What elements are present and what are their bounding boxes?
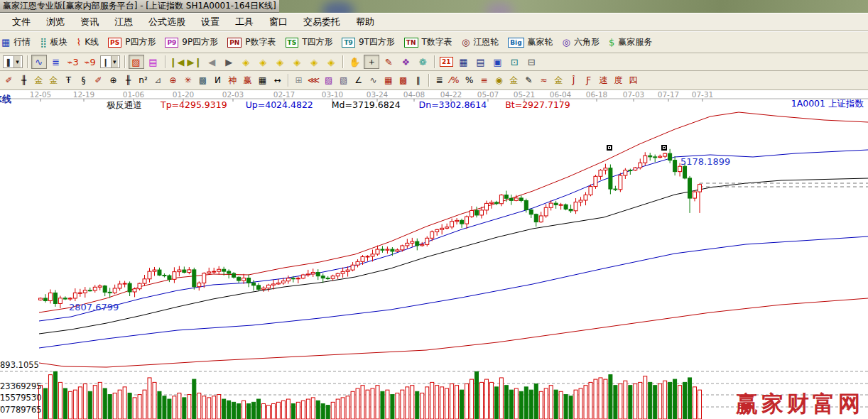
trend-chart-button[interactable]: ∿: [31, 55, 47, 69]
gann-scale-button-5[interactable]: ◈: [306, 55, 322, 69]
shen-tool[interactable]: 神: [226, 74, 239, 87]
scale-list-tool[interactable]: ≣: [433, 74, 446, 87]
save-button[interactable]: ▣: [489, 55, 505, 69]
indicator-panel-button[interactable]: ▤: [146, 55, 161, 69]
p9-box-icon: P9: [165, 38, 178, 48]
web-grid-tool[interactable]: ▩: [196, 74, 210, 87]
menu-gann[interactable]: 江恩: [107, 13, 141, 31]
shade-grid-tool[interactable]: ▧: [337, 74, 350, 87]
red-grid-tool[interactable]: ▦: [381, 74, 395, 87]
calendar-button[interactable]: 21: [438, 55, 454, 69]
p-square-button[interactable]: PSP四方形: [108, 36, 156, 48]
fan-lines-tool[interactable]: ⋘: [307, 74, 320, 87]
crosshair-button[interactable]: ＋: [364, 55, 379, 69]
print-button[interactable]: ⊟: [523, 55, 539, 69]
t-square-button[interactable]: TST四方形: [286, 36, 333, 48]
menu-help[interactable]: 帮助: [348, 13, 382, 31]
menu-file[interactable]: 文件: [4, 13, 38, 31]
menu-tools[interactable]: 工具: [227, 13, 261, 31]
hexagon-button[interactable]: ◎六角形: [563, 36, 600, 48]
wave2-tool[interactable]: ≈: [537, 74, 550, 87]
sectors-button[interactable]: ⣿板块: [40, 36, 67, 48]
menu-settings[interactable]: 设置: [193, 13, 227, 31]
9p-square-button[interactable]: P99P四方形: [165, 36, 218, 48]
angle-fan-tool[interactable]: ⊿: [151, 74, 165, 87]
angle-tool[interactable]: ∠: [352, 74, 365, 87]
prev-bar-button[interactable]: ◀: [204, 55, 219, 69]
spiral-tool[interactable]: §: [77, 74, 90, 87]
gold-angle-tool[interactable]: 金: [552, 74, 565, 87]
p-table-button[interactable]: PNP数字表: [227, 36, 276, 48]
watermark-text: 赢家财富网: [736, 389, 864, 419]
gann-wheel-button[interactable]: ◎江恩轮: [462, 36, 499, 48]
indicator-name[interactable]: 极反通道: [107, 99, 142, 111]
percent-line-tool[interactable]: ⁄%: [447, 74, 461, 87]
period-combo[interactable]: ❚▾: [3, 55, 23, 68]
gann-scale-button-1[interactable]: ◈: [238, 55, 254, 69]
p3-step-button[interactable]: ⌁3: [65, 55, 81, 69]
circle-ruler-tool[interactable]: ⊕: [107, 74, 120, 87]
export-button[interactable]: ⊡: [506, 55, 522, 69]
kchart-mode-button[interactable]: ▨: [129, 55, 144, 69]
date-tick-label: 07-17: [658, 90, 680, 99]
gann-scale-button-4[interactable]: ◈: [289, 55, 305, 69]
draw-line-button[interactable]: ✎: [381, 55, 396, 69]
tick-ruler-tool[interactable]: ╫: [121, 74, 135, 87]
grid123-tool[interactable]: ▦: [256, 74, 269, 87]
speed-tool[interactable]: 速: [597, 74, 610, 87]
gold-line-tool[interactable]: 金: [507, 74, 521, 87]
calculator-button[interactable]: ▦: [455, 55, 471, 69]
compass-tool[interactable]: ⊕: [166, 74, 180, 87]
star-grid-tool[interactable]: ✳: [181, 74, 195, 87]
menu-trade[interactable]: 交易委托: [295, 13, 348, 31]
gann-ruler-tool[interactable]: ╫: [17, 74, 31, 87]
analysis-button[interactable]: ❁: [415, 55, 430, 69]
last-bar-button[interactable]: ▶❙: [186, 55, 202, 69]
red-web-tool[interactable]: ▩: [396, 74, 410, 87]
quote-info-button[interactable]: ≣: [48, 55, 64, 69]
rocket-draw-tool[interactable]: ✐: [2, 74, 16, 87]
purple-grid-tool[interactable]: ▨: [322, 74, 335, 87]
percent-levels-tool[interactable]: ≡: [477, 74, 491, 87]
quad-tool[interactable]: 四: [626, 74, 640, 87]
9t-square-button[interactable]: T99T四方形: [342, 36, 394, 48]
wave-mark-tool[interactable]: И: [211, 74, 224, 87]
p9-step-button[interactable]: ⌁9: [82, 55, 98, 69]
window-grid-tool[interactable]: ⊞: [292, 74, 305, 87]
span-tool[interactable]: ↔: [271, 74, 284, 87]
menu-browse[interactable]: 浏览: [38, 13, 72, 31]
menu-news[interactable]: 资讯: [72, 13, 107, 31]
kline-button[interactable]: ⌇K线: [77, 36, 99, 48]
first-bar-button[interactable]: ❙◀: [169, 55, 185, 69]
menu-window[interactable]: 窗口: [261, 13, 295, 31]
gold-gauge-tool[interactable]: 金: [32, 74, 45, 87]
parallel-tool[interactable]: ∥: [411, 74, 425, 87]
pane-label-kline[interactable]: K线: [0, 93, 11, 106]
winner-wheel-button[interactable]: Big赢家轮: [508, 36, 553, 48]
rocket-tool[interactable]: ✐: [92, 74, 105, 87]
j-angle-tool[interactable]: Ĵ: [567, 74, 580, 87]
t-table-button[interactable]: TNT数字表: [404, 36, 452, 48]
square-number-tool[interactable]: n²: [136, 74, 150, 87]
t-square-button-label: T四方形: [302, 36, 332, 48]
wave-tool[interactable]: ∿: [367, 74, 380, 87]
candle-style-combo[interactable]: ❙▾: [100, 55, 120, 68]
f-angle-tool[interactable]: Ƒ: [582, 74, 595, 87]
winner-service-button[interactable]: $赢家服务: [609, 36, 652, 48]
marker-pen-tool[interactable]: ✎: [522, 74, 536, 87]
pan-hand-button[interactable]: ✋: [347, 55, 362, 69]
t-ruler-tool[interactable]: Ŧ: [62, 74, 75, 87]
gold-circle-tool[interactable]: ◉: [492, 74, 506, 87]
notes-button[interactable]: ▤: [472, 55, 488, 69]
gann-scale-button-3[interactable]: ◈: [272, 55, 288, 69]
next-bar-button[interactable]: ▶: [221, 55, 237, 69]
gann-scale-button-6[interactable]: ◈: [323, 55, 339, 69]
degree-tool[interactable]: 度: [612, 74, 625, 87]
ying-tool[interactable]: 赢: [241, 74, 254, 87]
quotes-button[interactable]: ▦行情: [1, 36, 31, 48]
gold-gauge2-tool[interactable]: 金: [47, 74, 60, 87]
menu-formula-stock-pick[interactable]: 公式选股: [141, 13, 193, 31]
gann-shape-button[interactable]: ❖: [398, 55, 413, 69]
percent-tool[interactable]: %: [462, 74, 476, 87]
gann-scale-button-2[interactable]: ◈: [255, 55, 271, 69]
